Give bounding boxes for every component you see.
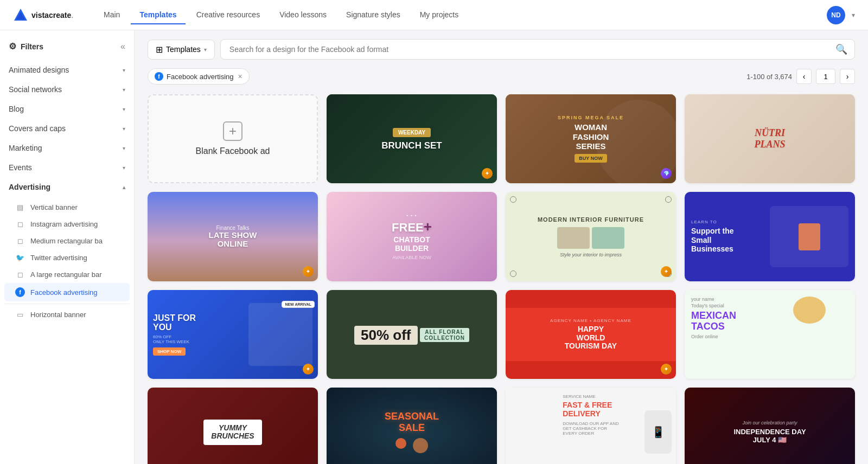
search-icon: 🔍 xyxy=(835,44,847,55)
dropdown-label: Templates xyxy=(166,45,201,54)
sub-item-label: Horizontal banner xyxy=(30,311,86,319)
sidebar-item-blog[interactable]: Blog ▾ xyxy=(0,99,134,119)
sidebar-item-vertical-banner[interactable]: ▤ Vertical banner xyxy=(0,199,134,216)
template-card[interactable]: JUST FORYOU 60% OFFONLY THIS WEEK SHOP N… xyxy=(148,290,318,379)
chevron-down-icon: ▾ xyxy=(123,165,125,171)
template-card[interactable]: SPRING MEGA SALE WOMANFASHIONSERIES BUY … xyxy=(506,94,676,183)
nav-signature-styles[interactable]: Signature styles xyxy=(337,6,409,24)
avatar[interactable]: ND xyxy=(827,6,845,24)
page-number-input[interactable] xyxy=(816,69,835,84)
pro-badge: ✦ xyxy=(303,266,314,277)
remove-filter-button[interactable]: × xyxy=(238,72,242,81)
sidebar-item-horizontal-banner[interactable]: ▭ Horizontal banner xyxy=(0,306,134,323)
template-card[interactable]: Finance Talks LATE SHOWONLINE ✦ xyxy=(148,192,318,281)
twitter-icon: 🐦 xyxy=(15,254,25,262)
chevron-up-icon: ▴ xyxy=(123,184,125,190)
sub-item-label: Vertical banner xyxy=(30,203,78,211)
template-card[interactable]: LEARN TO Support theSmallBusinesses xyxy=(685,192,855,281)
search-bar: ⊞ Templates ▾ 🔍 xyxy=(148,39,855,60)
sidebar-item-instagram-advertising[interactable]: ◻ Instagram advertising xyxy=(0,216,134,233)
chevron-down-icon: ▾ xyxy=(123,67,125,73)
sub-item-label: Twitter advertising xyxy=(30,254,87,262)
templates-dropdown-button[interactable]: ⊞ Templates ▾ xyxy=(148,40,215,60)
sidebar-item-social-networks[interactable]: Social networks ▾ xyxy=(0,80,134,99)
instagram-icon: ◻ xyxy=(15,220,25,228)
avatar-chevron[interactable]: ▾ xyxy=(852,11,855,19)
template-card[interactable]: NÜTRIPLANS xyxy=(685,94,855,183)
chevron-down-icon: ▾ xyxy=(123,87,125,93)
pagination-next-button[interactable]: › xyxy=(840,69,855,84)
nav-creative-resources[interactable]: Creative resources xyxy=(188,6,269,24)
dropdown-chevron-icon: ▾ xyxy=(204,47,207,53)
filter-tag-label: Facebook advertising xyxy=(167,73,234,81)
pro-badge: ✦ xyxy=(661,364,672,375)
category-label: Advertising xyxy=(9,183,50,191)
search-input-wrap: 🔍 xyxy=(220,39,855,60)
template-card[interactable]: SEASONALSALE xyxy=(327,388,497,464)
nav-video-lessons[interactable]: Video lessons xyxy=(271,6,335,24)
logo-icon xyxy=(13,8,28,23)
sidebar-advertising-sub: ▤ Vertical banner ◻ Instagram advertisin… xyxy=(0,197,134,325)
main-content: ⊞ Templates ▾ 🔍 f Facebook advertising × xyxy=(135,30,868,464)
sidebar-item-medium-rectangular[interactable]: ◻ Medium rectangular ba xyxy=(0,233,134,249)
category-label: Events xyxy=(9,163,32,172)
pagination: 1-100 of 3,674 ‹ › xyxy=(746,69,855,84)
filters-text: Filters xyxy=(21,42,43,51)
sidebar-item-animated-designs[interactable]: Animated designs ▾ xyxy=(0,60,134,80)
search-input[interactable] xyxy=(220,39,855,60)
template-card[interactable]: • • • FREE+ CHATBOTBUILDER AVAILABLE NOW xyxy=(327,192,497,281)
facebook-icon: f xyxy=(15,287,25,297)
pagination-prev-button[interactable]: ‹ xyxy=(796,69,812,84)
sidebar-item-facebook-advertising[interactable]: f Facebook advertising xyxy=(4,283,130,301)
header: vistacreate. Main Templates Creative res… xyxy=(0,0,868,30)
chevron-down-icon: ▾ xyxy=(123,126,125,132)
blank-plus-icon: + xyxy=(223,121,242,141)
sidebar-item-marketing[interactable]: Marketing ▾ xyxy=(0,138,134,158)
category-label: Marketing xyxy=(9,144,42,152)
pro-badge: ✦ xyxy=(303,364,314,375)
sidebar-item-covers-caps[interactable]: Covers and caps ▾ xyxy=(0,119,134,138)
template-card[interactable]: 50% off ALL FLORALCOLLECTION xyxy=(327,290,497,379)
pro-badge: ✦ xyxy=(482,168,493,179)
template-card[interactable]: your name Today's special MEXICANTACOS O… xyxy=(685,290,855,379)
blank-template-label: Blank Facebook ad xyxy=(196,146,270,156)
template-card[interactable]: WEEKDAY BRUNCH SET ✦ xyxy=(327,94,497,183)
category-label: Covers and caps xyxy=(9,124,66,133)
chevron-down-icon: ▾ xyxy=(123,106,125,112)
chevron-down-icon: ▾ xyxy=(123,145,125,151)
sub-item-label: Medium rectangular ba xyxy=(30,237,103,245)
sub-item-label: A large rectangular bar xyxy=(30,270,102,279)
sidebar-item-large-rectangular[interactable]: ◻ A large rectangular bar xyxy=(0,266,134,283)
sidebar-item-events[interactable]: Events ▾ xyxy=(0,158,134,177)
template-card[interactable]: Join our celebration party INDEPENDENCE … xyxy=(685,388,855,464)
filter-tags: f Facebook advertising × xyxy=(148,68,250,85)
template-card[interactable]: AGENCY NAME • AGENCY NAME HAPPYWORLDTOUR… xyxy=(506,290,676,379)
sidebar-item-advertising[interactable]: Advertising ▴ xyxy=(0,177,134,197)
facebook-filter-icon: f xyxy=(155,72,163,81)
main-nav: Main Templates Creative resources Video … xyxy=(95,6,827,24)
pro-badge: ✦ xyxy=(661,266,672,277)
filters-label: ⚙ Filters xyxy=(9,41,43,51)
nav-templates[interactable]: Templates xyxy=(131,6,185,24)
template-card[interactable]: MODERN INTERIOR FURNITURE Style your int… xyxy=(506,192,676,281)
template-card[interactable]: SERVICE NAME FAST & FREEDELIVERY DOWNLOA… xyxy=(506,388,676,464)
logo-text: vistacreate. xyxy=(31,9,73,21)
template-card[interactable]: YUMMYBRUNCHES xyxy=(148,388,318,464)
sidebar: ⚙ Filters « Animated designs ▾ Social ne… xyxy=(0,30,135,464)
facebook-advertising-filter-tag[interactable]: f Facebook advertising × xyxy=(148,68,250,85)
category-label: Social networks xyxy=(9,85,62,94)
nav-main[interactable]: Main xyxy=(95,6,129,24)
header-right: ND ▾ xyxy=(827,6,855,24)
templates-grid: + Blank Facebook ad WEEKDAY BRUNCH SET ✦ xyxy=(148,94,855,464)
medium-rect-icon: ◻ xyxy=(15,237,25,245)
collapse-sidebar-button[interactable]: « xyxy=(120,42,125,51)
category-label: Animated designs xyxy=(9,66,69,74)
search-button[interactable]: 🔍 xyxy=(835,43,847,55)
nav-my-projects[interactable]: My projects xyxy=(411,6,468,24)
blank-template-card[interactable]: + Blank Facebook ad xyxy=(148,94,318,183)
app-body: ⚙ Filters « Animated designs ▾ Social ne… xyxy=(0,30,868,464)
logo[interactable]: vistacreate. xyxy=(13,8,73,23)
sub-item-label: Facebook advertising xyxy=(30,288,98,297)
filter-row: f Facebook advertising × 1-100 of 3,674 … xyxy=(148,68,855,85)
sidebar-item-twitter-advertising[interactable]: 🐦 Twitter advertising xyxy=(0,249,134,266)
